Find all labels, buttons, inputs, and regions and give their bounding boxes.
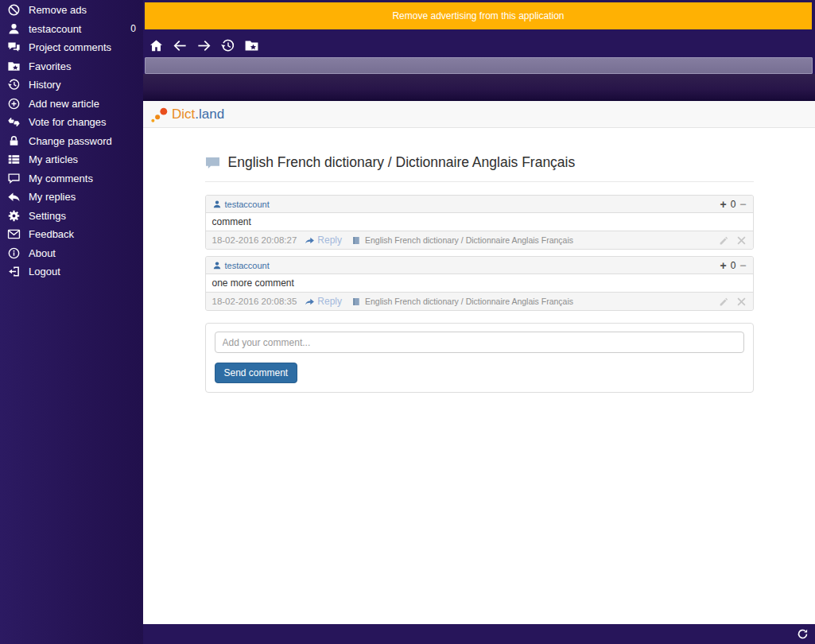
comment-author-name: testaccount — [225, 200, 270, 209]
sidebar-item-my-replies[interactable]: My replies — [0, 188, 143, 207]
reply-button[interactable]: Reply — [305, 235, 342, 246]
envelope-icon — [6, 227, 21, 242]
sidebar-item-history[interactable]: History — [0, 76, 143, 95]
site-header: Dict.land — [143, 101, 815, 128]
close-icon — [736, 297, 747, 307]
comment-timestamp: 18-02-2016 20:08:35 — [212, 297, 297, 306]
sidebar-item-label: About — [29, 247, 56, 259]
comment-card-header: testaccount + 0 − — [206, 196, 753, 213]
send-comment-button[interactable]: Send comment — [215, 363, 298, 383]
sidebar-item-label: Logout — [29, 266, 60, 277]
bottom-app-bar — [143, 624, 815, 644]
vote-down-button[interactable]: − — [739, 199, 746, 210]
sidebar-item-project-comments[interactable]: Project comments — [0, 38, 143, 57]
site-logo[interactable]: Dict.land — [149, 104, 224, 124]
reply-arrow-icon — [305, 297, 315, 307]
sidebar-item-remove-ads[interactable]: Remove ads — [0, 1, 143, 20]
favorites-folder-button[interactable] — [243, 36, 261, 55]
logo-text-land: .land — [195, 107, 224, 122]
comment-author-link[interactable]: testaccount — [212, 261, 270, 270]
page-content: Dict.land English French dictionary / Di… — [143, 101, 815, 624]
chat-icon — [6, 40, 21, 55]
forward-button[interactable] — [195, 36, 213, 55]
sidebar-item-label: Change password — [29, 135, 112, 147]
list-icon — [6, 152, 21, 167]
comment-timestamp: 18-02-2016 20:08:27 — [212, 235, 297, 245]
delete-comment-button[interactable] — [736, 297, 747, 307]
sidebar-item-label: Add new article — [29, 98, 99, 110]
comment-body: one more comment — [206, 274, 753, 292]
comment-author-name: testaccount — [225, 261, 270, 270]
comments-bubble-icon — [205, 157, 220, 169]
vote-thumbs-icon — [6, 114, 21, 130]
edit-comment-button[interactable] — [719, 235, 729, 246]
article-title: English French dictionary / Dictionnaire… — [365, 297, 573, 306]
vote-controls: + 0 − — [720, 199, 746, 210]
sidebar-item-logout[interactable]: Logout — [0, 262, 143, 281]
sidebar-item-label: History — [29, 79, 60, 91]
reply-icon — [6, 189, 21, 204]
sidebar-item-change-password[interactable]: Change password — [0, 132, 143, 151]
reply-arrow-icon — [305, 235, 315, 246]
comment-card-footer: 18-02-2016 20:08:27 Reply English French… — [206, 231, 753, 249]
vote-controls: + 0 − — [720, 260, 746, 271]
refresh-button[interactable] — [797, 628, 809, 640]
comment-author-link[interactable]: testaccount — [212, 200, 270, 209]
sidebar-item-settings[interactable]: Settings — [0, 207, 143, 226]
article-link[interactable]: English French dictionary / Dictionnaire… — [351, 235, 573, 246]
article-book-icon — [351, 297, 361, 307]
sidebar-item-add-article[interactable]: Add new article — [0, 95, 143, 114]
article-title: English French dictionary / Dictionnaire… — [365, 235, 573, 245]
sidebar-item-label: Favorites — [29, 60, 71, 72]
history-button[interactable] — [219, 36, 237, 55]
back-button[interactable] — [171, 36, 189, 55]
sidebar-item-my-comments[interactable]: My comments — [0, 169, 143, 188]
article-book-icon — [351, 235, 361, 246]
comment-body: comment — [206, 213, 753, 231]
reply-label: Reply — [317, 235, 342, 246]
comment-card-footer: 18-02-2016 20:08:35 Reply English French… — [206, 292, 753, 310]
vote-up-button[interactable]: + — [720, 199, 726, 210]
article-link[interactable]: English French dictionary / Dictionnaire… — [351, 297, 573, 307]
folder-star-icon — [244, 38, 259, 53]
add-comment-form: Send comment — [205, 323, 754, 393]
comment-input[interactable] — [215, 332, 744, 353]
pencil-icon — [719, 297, 729, 307]
history-icon — [6, 77, 21, 92]
main-column: Remove advertising from this application — [143, 0, 815, 644]
sidebar-item-label: Project comments — [29, 41, 111, 53]
lock-icon — [6, 134, 21, 149]
comment-actions — [719, 297, 747, 307]
sidebar-item-label: Settings — [29, 210, 66, 222]
sidebar-item-about[interactable]: About — [0, 244, 143, 263]
delete-comment-button[interactable] — [736, 235, 747, 246]
home-icon — [149, 38, 164, 53]
close-icon — [736, 235, 747, 246]
sidebar-item-favorites[interactable]: Favorites — [0, 57, 143, 76]
home-button[interactable] — [147, 36, 165, 55]
app-window: Remove ads testaccount 0 Project comment… — [0, 0, 815, 644]
reply-button[interactable]: Reply — [305, 296, 342, 307]
sidebar-item-my-articles[interactable]: My articles — [0, 150, 143, 169]
sidebar-item-feedback[interactable]: Feedback — [0, 225, 143, 244]
logo-text-dict: Dict — [172, 107, 195, 122]
sidebar-item-account[interactable]: testaccount 0 — [0, 20, 143, 39]
comment-actions — [719, 235, 747, 246]
dictland-dots-icon — [149, 104, 171, 124]
sidebar-item-vote-changes[interactable]: Vote for changes — [0, 113, 143, 132]
comments-container: English French dictionary / Dictionnaire… — [205, 154, 754, 393]
sidebar-item-label: My articles — [29, 153, 78, 165]
vote-down-button[interactable]: − — [739, 260, 746, 271]
folder-star-icon — [6, 59, 21, 74]
vote-up-button[interactable]: + — [720, 260, 726, 271]
divider — [205, 181, 754, 182]
article-heading-row: English French dictionary / Dictionnaire… — [205, 154, 754, 171]
refresh-icon — [797, 628, 809, 640]
sidebar-item-label: testaccount — [29, 23, 82, 35]
remove-ads-banner[interactable]: Remove advertising from this application — [145, 2, 812, 29]
account-badge: 0 — [130, 23, 136, 34]
pencil-icon — [719, 235, 729, 246]
address-bar[interactable] — [145, 57, 813, 74]
sidebar-item-label: Vote for changes — [29, 116, 107, 128]
edit-comment-button[interactable] — [719, 297, 729, 307]
